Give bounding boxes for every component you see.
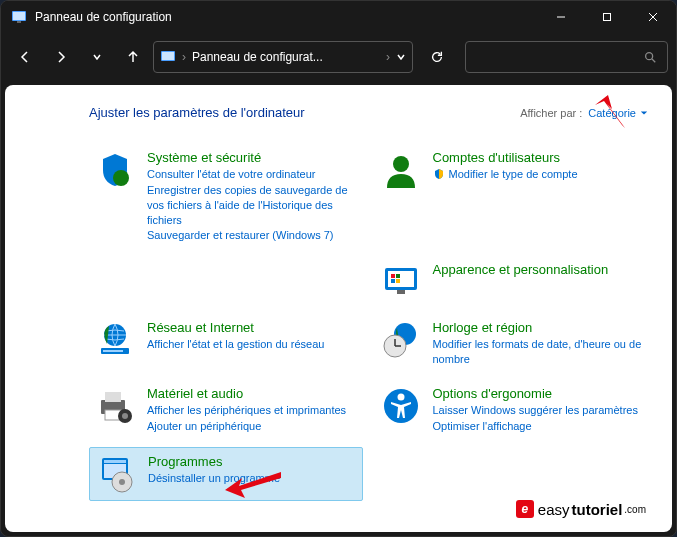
category-link[interactable]: Ajouter un périphérique bbox=[147, 419, 357, 434]
control-panel-icon bbox=[11, 9, 27, 25]
breadcrumb-separator: › bbox=[386, 50, 390, 64]
category-link[interactable]: Modifier les formats de date, d'heure ou… bbox=[433, 337, 643, 367]
breadcrumb[interactable]: Panneau de configurat... bbox=[192, 50, 380, 64]
svg-rect-16 bbox=[396, 274, 400, 278]
category-link[interactable]: Afficher les périphériques et imprimante… bbox=[147, 403, 357, 418]
category-appearance[interactable]: Apparence et personnalisation bbox=[375, 256, 649, 308]
category-link[interactable]: Modifier le type de compte bbox=[433, 167, 643, 182]
svg-point-38 bbox=[119, 479, 125, 485]
shield-icon bbox=[95, 150, 135, 190]
svg-point-11 bbox=[113, 170, 129, 186]
svg-point-9 bbox=[646, 53, 653, 60]
search-box[interactable] bbox=[465, 41, 668, 73]
category-title[interactable]: Apparence et personnalisation bbox=[433, 262, 643, 277]
refresh-button[interactable] bbox=[421, 41, 453, 73]
view-by-dropdown[interactable]: Catégorie bbox=[588, 107, 648, 119]
address-bar[interactable]: › Panneau de configurat... › bbox=[153, 41, 413, 73]
category-title[interactable]: Programmes bbox=[148, 454, 356, 469]
category-network-internet[interactable]: Réseau et Internet Afficher l'état et la… bbox=[89, 314, 363, 374]
svg-point-33 bbox=[397, 393, 404, 400]
svg-rect-18 bbox=[396, 279, 400, 283]
category-ease-of-access[interactable]: Options d'ergonomie Laisser Windows sugg… bbox=[375, 380, 649, 441]
category-link[interactable]: Sauvegarder et restaurer (Windows 7) bbox=[147, 228, 357, 243]
user-icon bbox=[381, 150, 421, 190]
category-title[interactable]: Options d'ergonomie bbox=[433, 386, 643, 401]
svg-rect-2 bbox=[17, 21, 21, 23]
svg-rect-15 bbox=[391, 274, 395, 278]
monitor-icon bbox=[381, 262, 421, 302]
clock-globe-icon bbox=[381, 320, 421, 360]
category-title[interactable]: Comptes d'utilisateurs bbox=[433, 150, 643, 165]
svg-rect-8 bbox=[162, 52, 174, 60]
search-icon bbox=[643, 50, 657, 64]
category-link[interactable]: Laisser Windows suggérer les paramètres bbox=[433, 403, 643, 418]
svg-rect-28 bbox=[105, 392, 121, 402]
svg-point-12 bbox=[393, 156, 409, 172]
window-title: Panneau de configuration bbox=[35, 10, 538, 24]
svg-rect-1 bbox=[13, 12, 25, 20]
category-title[interactable]: Réseau et Internet bbox=[147, 320, 357, 335]
watermark: e easytutoriel .com bbox=[516, 500, 646, 518]
svg-rect-36 bbox=[104, 460, 126, 463]
forward-button[interactable] bbox=[45, 41, 77, 73]
back-button[interactable] bbox=[9, 41, 41, 73]
category-title[interactable]: Matériel et audio bbox=[147, 386, 357, 401]
svg-rect-22 bbox=[103, 350, 123, 352]
category-link[interactable]: Enregistrer des copies de sauvegarde de … bbox=[147, 183, 357, 228]
link-text: Modifier le type de compte bbox=[449, 167, 578, 182]
svg-rect-4 bbox=[604, 14, 611, 21]
shield-admin-icon bbox=[433, 168, 445, 180]
accessibility-icon bbox=[381, 386, 421, 426]
page-title: Ajuster les paramètres de l'ordinateur bbox=[89, 105, 305, 120]
view-by-label: Afficher par : bbox=[520, 107, 582, 119]
category-link[interactable]: Consulter l'état de votre ordinateur bbox=[147, 167, 357, 182]
watermark-suffix: .com bbox=[624, 504, 646, 515]
content-area: Ajuster les paramètres de l'ordinateur A… bbox=[5, 85, 672, 532]
category-link[interactable]: Afficher l'état et la gestion du réseau bbox=[147, 337, 357, 352]
titlebar: Panneau de configuration bbox=[1, 1, 676, 33]
watermark-text: easy bbox=[538, 501, 570, 518]
control-panel-window: Panneau de configuration bbox=[0, 0, 677, 537]
maximize-button[interactable] bbox=[584, 1, 630, 33]
category-title[interactable]: Horloge et région bbox=[433, 320, 643, 335]
svg-rect-19 bbox=[397, 290, 405, 294]
up-button[interactable] bbox=[117, 41, 149, 73]
view-by-value: Catégorie bbox=[588, 107, 636, 119]
svg-line-10 bbox=[652, 59, 656, 63]
category-programs[interactable]: Programmes Désinstaller un programme bbox=[89, 447, 363, 501]
watermark-badge: e bbox=[516, 500, 534, 518]
navigation-bar: › Panneau de configurat... › bbox=[1, 33, 676, 81]
control-panel-icon bbox=[160, 49, 176, 65]
svg-rect-17 bbox=[391, 279, 395, 283]
printer-icon bbox=[95, 386, 135, 426]
minimize-button[interactable] bbox=[538, 1, 584, 33]
programs-icon bbox=[96, 454, 136, 494]
recent-dropdown-button[interactable] bbox=[81, 41, 113, 73]
category-link[interactable]: Optimiser l'affichage bbox=[433, 419, 643, 434]
view-by: Afficher par : Catégorie bbox=[520, 107, 648, 119]
breadcrumb-separator: › bbox=[182, 50, 186, 64]
globe-icon bbox=[95, 320, 135, 360]
watermark-text: tutoriel bbox=[571, 501, 622, 518]
close-button[interactable] bbox=[630, 1, 676, 33]
chevron-down-icon bbox=[640, 109, 648, 117]
category-hardware-sound[interactable]: Matériel et audio Afficher les périphéri… bbox=[89, 380, 363, 441]
category-user-accounts[interactable]: Comptes d'utilisateurs Modifier le type … bbox=[375, 144, 649, 250]
category-system-security[interactable]: Système et sécurité Consulter l'état de … bbox=[89, 144, 363, 250]
category-clock-region[interactable]: Horloge et région Modifier les formats d… bbox=[375, 314, 649, 374]
category-title[interactable]: Système et sécurité bbox=[147, 150, 357, 165]
category-link[interactable]: Désinstaller un programme bbox=[148, 471, 356, 486]
svg-point-31 bbox=[122, 413, 128, 419]
chevron-down-icon[interactable] bbox=[396, 52, 406, 62]
